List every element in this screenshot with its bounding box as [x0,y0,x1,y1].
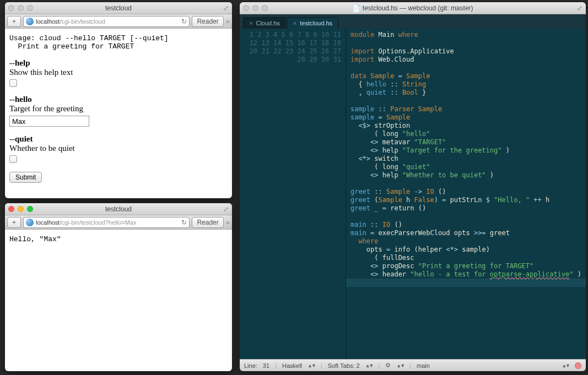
zoom-icon[interactable] [262,5,268,11]
dropdown-icon[interactable]: ▲▼ [308,363,315,368]
zoom-icon[interactable] [27,5,33,11]
editor-statusbar: Line: 31 | Haskell ▲▼ | Soft Tabs: 2 ▲▼ … [240,359,586,371]
new-tab-button[interactable]: + [7,217,21,228]
reload-icon[interactable]: ↻ [181,219,187,226]
greeting-output: Hello, "Max" [9,235,228,243]
status-language[interactable]: Haskell [282,362,302,369]
titlebar[interactable]: testcloud ⤢ [5,203,232,215]
opt-hello-name: --hello [9,95,228,104]
quiet-checkbox[interactable] [9,155,17,163]
dropdown-icon[interactable]: ▲▼ [365,363,373,368]
line-gutter: 1 2 3 4 5 6 7 8 9 10 11 12 13 14 15 16 1… [240,29,346,359]
close-tab-icon[interactable]: × [293,20,296,26]
url-text: localhost/cgi-bin/testcloud?hello=Max [36,219,137,226]
opt-help-name: --help [9,58,228,68]
browser-toolbar: + localhost/cgi-bin/testcloud?hello=Max … [5,215,232,230]
dropdown-icon[interactable]: ▲▼ [396,363,404,368]
dropdown-icon[interactable]: ▲▼ [562,363,569,368]
titlebar[interactable]: testcloud ⤢ [5,2,232,14]
address-bar[interactable]: localhost/cgi-bin/testcloud?hello=Max ↻ [23,217,190,228]
traffic-lights[interactable] [243,5,268,11]
tab-testcloud-hs[interactable]: ×testcloud.hs [287,17,338,29]
reader-button[interactable]: Reader [192,16,223,27]
code-area[interactable]: 1 2 3 4 5 6 7 8 9 10 11 12 13 14 15 16 1… [240,29,586,359]
opt-hello-desc: Target for the greeting [9,104,228,113]
status-tabs[interactable]: Soft Tabs: 2 [328,362,360,369]
window-title: 📄 testcloud.hs — webcloud (git: master) [240,4,586,12]
usage-text: Usage: cloud --hello TARGET [--quiet] Pr… [9,34,228,51]
help-checkbox[interactable] [9,79,17,87]
opt-quiet-desc: Whether to be quiet [9,144,228,153]
opt-help-desc: Show this help text [9,68,228,77]
globe-icon [26,219,34,226]
address-bar[interactable]: localhost/cgi-bin/testcloud ↻ [23,16,190,27]
submit-button[interactable]: Submit [9,172,42,183]
status-branch[interactable]: main [417,362,430,369]
page-content: Usage: cloud --hello TARGET [--quiet] Pr… [5,29,232,188]
globe-icon [26,18,34,25]
close-icon[interactable] [8,5,14,11]
hello-input[interactable] [9,116,89,127]
zoom-icon[interactable] [27,206,33,212]
editor-window: 📄 testcloud.hs — webcloud (git: master) … [240,2,586,371]
page-content: Hello, "Max" [5,230,232,257]
url-text: localhost/cgi-bin/testcloud [36,18,105,25]
expand-icon[interactable]: ⤢ [577,4,582,12]
close-icon[interactable] [8,206,14,212]
expand-icon[interactable]: ⤢ [223,205,229,213]
status-dot-icon[interactable] [575,362,581,369]
traffic-lights[interactable] [8,5,33,11]
close-icon[interactable] [243,5,249,11]
browser-window-form: testcloud ⤢ + localhost/cgi-bin/testclou… [5,2,232,198]
browser-toolbar: + localhost/cgi-bin/testcloud ↻ Reader » [5,14,232,29]
overflow-icon[interactable]: » [226,218,230,226]
overflow-icon[interactable]: » [226,17,230,25]
code-lines[interactable]: module Main where import Options.Applica… [346,29,586,359]
traffic-lights[interactable] [8,206,33,212]
close-tab-icon[interactable]: × [249,20,252,26]
reload-icon[interactable]: ↻ [181,18,187,25]
minimize-icon[interactable] [18,5,24,11]
window-title: testcloud [5,205,232,213]
titlebar[interactable]: 📄 testcloud.hs — webcloud (git: master) … [240,2,586,14]
editor-tabbar: ×Cloud.hs ×testcloud.hs [240,14,586,29]
tab-cloud-hs[interactable]: ×Cloud.hs [243,17,286,29]
opt-quiet-name: --quiet [9,134,228,144]
reader-button[interactable]: Reader [192,217,223,228]
status-line-label: Line: [244,362,257,369]
gear-icon[interactable]: ⚙ [385,362,391,369]
status-line-value: 31 [263,362,269,369]
minimize-icon[interactable] [18,206,24,212]
minimize-icon[interactable] [252,5,258,11]
document-icon: 📄 [352,4,360,12]
window-title: testcloud [5,4,232,12]
new-tab-button[interactable]: + [7,16,21,27]
browser-window-result: testcloud ⤢ + localhost/cgi-bin/testclou… [5,203,232,371]
expand-icon[interactable]: ⤢ [223,4,229,12]
